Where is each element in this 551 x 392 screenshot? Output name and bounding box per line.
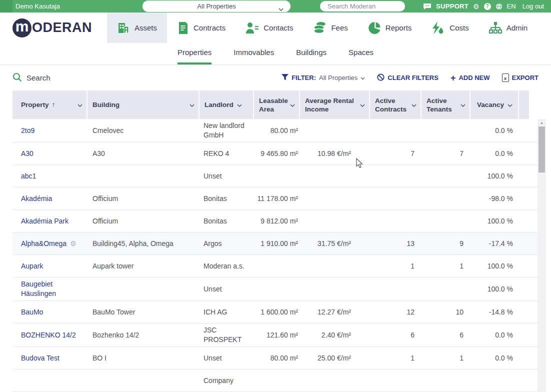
tab-immovables[interactable]: Immovables [234,48,274,64]
column-header-property[interactable]: Property ↑ [12,90,88,119]
gear-icon[interactable]: ⚙ [70,239,76,248]
column-header-landlord[interactable]: Landlord [200,90,254,119]
filter-dropdown[interactable]: FILTER: All Properties [282,74,365,82]
table-row[interactable]: 2to9CmelovecNew landlord GmbH80.00 m²0.0… [12,119,538,142]
building-cell: A30 [88,142,200,164]
column-header-active-tenants[interactable]: Active Tenants [422,90,470,119]
scrollbar-thumb[interactable] [538,126,545,172]
vacancy-cell: 100.0 % [470,255,519,277]
column-header-spacer [519,90,529,119]
table-row[interactable]: BOZHENKO 14/2Bozhenko 14/2JSC PROSPEKT12… [12,324,538,347]
sub-nav: Properties Immovables Buildings Spaces [0,43,551,65]
support-link[interactable]: SUPPORT [436,2,468,10]
property-link[interactable]: Budova Test [12,347,88,369]
table-row[interactable]: Alpha&Omega⚙Building45, Alpha, OmegaArgo… [12,232,538,255]
person-icon [246,22,259,34]
table-row[interactable]: Baugebiet HäuslingenUnset100.0 % [12,278,538,301]
column-header-average-rental-income[interactable]: Average Rental Income [300,90,370,119]
property-link[interactable]: Akadémia [12,188,88,210]
nav-item-contracts[interactable]: Contracts [167,12,236,43]
clear-filters-button[interactable]: CLEAR FILTERS [377,74,438,82]
leasable-area-cell: 1 600.00 m² [254,301,300,323]
nav-item-costs[interactable]: Costs [422,12,478,43]
scroll-up-arrow-icon[interactable]: ▲ [538,119,546,126]
active-contracts-cell: 7 [370,142,422,164]
active-contracts-cell: 12 [370,301,422,323]
table-row[interactable]: A30A30REKO 49 465.80 m²10.98 €/m²770.0 % [12,142,538,165]
leasable-area-cell: 80.00 m² [254,347,300,369]
table-search-button[interactable]: Search [12,72,50,84]
excel-file-icon: x [502,74,509,82]
property-link[interactable]: A30 [12,142,88,164]
table-row[interactable]: AkadémiaOfficiumBonitas11 178.00 m²-98.0… [12,188,538,210]
funnel-icon [282,74,288,82]
moderan-logo[interactable]: m ODERAN [12,12,92,43]
tab-buildings[interactable]: Buildings [296,48,326,64]
column-header-active-contracts[interactable]: Active Contracts [370,90,422,119]
vertical-scrollbar[interactable]: ▲ [538,119,546,392]
active-tenants-cell: 7 [422,142,470,164]
building-cell: BO I [88,347,200,369]
logout-link[interactable]: Log out [522,2,544,10]
active-contracts-cell: 6 [370,324,422,346]
property-selector-dropdown[interactable]: All Properties [142,0,290,12]
property-link[interactable]: Aupark [12,255,88,277]
active-tenants-cell: 10 [422,301,470,323]
export-button[interactable]: x EXPORT [502,74,538,82]
property-link[interactable] [12,370,88,392]
column-header-vacancy[interactable]: Vacancy [470,90,519,119]
table-row[interactable]: Budova TestBO IUnset80.00 m²25.00 €/m²11… [12,347,538,370]
table-row[interactable]: Akadémia ParkOfficiumBonitas9 812.00 m²1… [12,210,538,232]
active-tenants-cell [422,370,470,392]
add-new-button[interactable]: + ADD NEW [450,74,490,82]
spacer-cell [519,188,529,210]
active-contracts-cell: 13 [370,232,422,254]
active-contracts-cell [370,165,422,187]
menu-square[interactable] [0,0,12,12]
property-link[interactable]: Akadémia Park [12,210,88,232]
table-row[interactable]: Company [12,370,538,392]
nav-item-label: Admin [506,24,528,32]
building-cell [88,278,200,300]
nav-item-assets[interactable]: Assets [107,12,167,43]
global-search-input[interactable]: Search Moderan [320,1,405,12]
property-link[interactable]: BOZHENKO 14/2 [12,324,88,346]
spacer-cell [519,119,529,142]
landlord-cell: Unset [200,347,254,369]
chevron-down-icon [78,100,82,109]
property-link[interactable]: Baugebiet Häuslingen [12,278,88,300]
settings-gear-icon[interactable]: ⚙ [473,3,480,10]
table-header: Property ↑ Building Landlord Leasable Ar… [12,90,538,119]
chevron-down-icon [360,100,365,109]
tab-properties[interactable]: Properties [178,48,212,64]
vacancy-cell: 100.0 % [470,278,519,300]
vacancy-cell [470,370,519,392]
table-row[interactable]: AuparkAupark towerModeran a.s.11100.0 % [12,255,538,278]
column-header-building[interactable]: Building [88,90,200,119]
help-icon[interactable]: ? [484,3,491,10]
spacer-cell [519,301,529,323]
sort-ascending-icon: ↑ [52,100,56,109]
chat-bubble-icon[interactable] [423,3,432,10]
table-body: 2to9CmelovecNew landlord GmbH80.00 m²0.0… [12,119,538,392]
nav-item-reports[interactable]: Reports [358,12,422,43]
vacancy-cell: 100.0 % [470,165,519,187]
property-link[interactable]: BauMo [12,301,88,323]
column-header-leasable-area[interactable]: Leasable Area [254,90,300,119]
leasable-area-cell: 11 178.00 m² [254,188,300,210]
table-row[interactable]: abc1Unset100.0 % [12,165,538,188]
table-row[interactable]: BauMoBauMo TowerICH AG1 600.00 m²12.27 €… [12,301,538,324]
nav-item-fees[interactable]: Fees [303,12,358,43]
property-link[interactable]: Alpha&Omega⚙ [12,232,88,254]
tab-spaces[interactable]: Spaces [348,48,374,64]
property-link[interactable]: 2to9 [12,119,88,142]
nav-item-contacts[interactable]: Contacts [236,12,303,43]
nav-item-admin[interactable]: Admin [479,12,538,43]
leasable-area-cell [254,165,300,187]
vacancy-cell: 0.0 % [470,119,519,142]
language-label[interactable]: EN [507,2,516,10]
spacer-cell [519,165,529,187]
globe-icon[interactable] [496,3,502,10]
active-contracts-cell [370,119,422,142]
property-link[interactable]: abc1 [12,165,88,187]
